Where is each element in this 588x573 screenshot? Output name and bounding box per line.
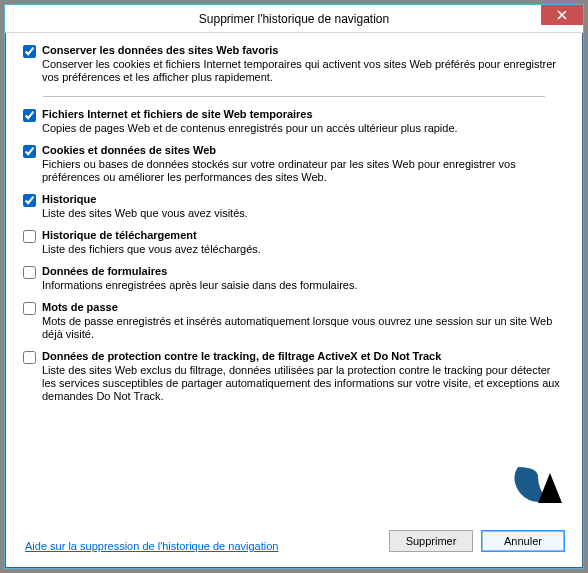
option-preserve-favorites: Conserver les données des sites Web favo… (23, 43, 565, 84)
option-label: Historique (42, 192, 565, 206)
option-history: Historique Liste des sites Web que vous … (23, 192, 565, 220)
option-desc: Conserver les cookies et fichiers Intern… (42, 58, 565, 84)
option-label: Historique de téléchargement (42, 228, 565, 242)
titlebar: Supprimer l'historique de navigation (5, 5, 583, 33)
checkbox-form-data[interactable] (23, 266, 36, 279)
option-desc: Liste des sites Web exclus du filtrage, … (42, 364, 565, 403)
option-tracking-protection: Données de protection contre le tracking… (23, 349, 565, 403)
option-desc: Liste des sites Web que vous avez visité… (42, 207, 565, 220)
checkbox-history[interactable] (23, 194, 36, 207)
checkbox-tracking-protection[interactable] (23, 351, 36, 364)
option-temp-files: Fichiers Internet et fichiers de site We… (23, 107, 565, 135)
option-passwords: Mots de passe Mots de passe enregistrés … (23, 300, 565, 341)
option-cookies: Cookies et données de sites Web Fichiers… (23, 143, 565, 184)
option-label: Données de protection contre le tracking… (42, 349, 565, 363)
checkbox-passwords[interactable] (23, 302, 36, 315)
option-desc: Fichiers ou bases de données stockés sur… (42, 158, 565, 184)
checkbox-temp-files[interactable] (23, 109, 36, 122)
dialog-content: Conserver les données des sites Web favo… (5, 33, 583, 568)
cancel-button[interactable]: Annuler (481, 530, 565, 552)
option-desc: Informations enregistrées après leur sai… (42, 279, 565, 292)
option-form-data: Données de formulaires Informations enre… (23, 264, 565, 292)
checkbox-download-history[interactable] (23, 230, 36, 243)
option-label: Fichiers Internet et fichiers de site We… (42, 107, 565, 121)
option-label: Conserver les données des sites Web favo… (42, 43, 565, 57)
delete-button[interactable]: Supprimer (389, 530, 473, 552)
dialog-window: Supprimer l'historique de navigation Con… (4, 4, 584, 569)
checkbox-cookies[interactable] (23, 145, 36, 158)
option-desc: Mots de passe enregistrés et insérés aut… (42, 315, 565, 341)
option-desc: Copies de pages Web et de contenus enreg… (42, 122, 565, 135)
close-button[interactable] (541, 5, 583, 25)
option-desc: Liste des fichiers que vous avez télécha… (42, 243, 565, 256)
close-icon (557, 10, 567, 20)
separator (43, 96, 545, 97)
button-row: Aide sur la suppression de l'historique … (23, 524, 565, 560)
option-download-history: Historique de téléchargement Liste des f… (23, 228, 565, 256)
window-title: Supprimer l'historique de navigation (199, 12, 389, 26)
option-label: Cookies et données de sites Web (42, 143, 565, 157)
checkbox-preserve-favorites[interactable] (23, 45, 36, 58)
option-label: Données de formulaires (42, 264, 565, 278)
help-link[interactable]: Aide sur la suppression de l'historique … (25, 540, 278, 552)
option-label: Mots de passe (42, 300, 565, 314)
